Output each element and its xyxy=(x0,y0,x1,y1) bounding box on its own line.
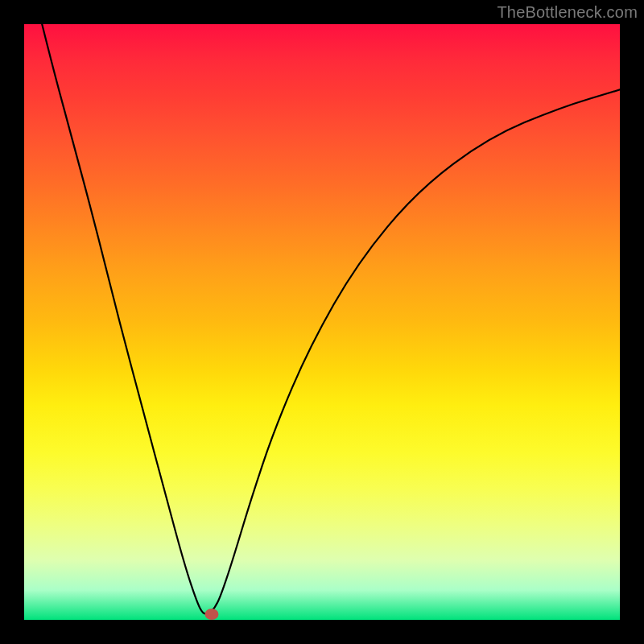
bottleneck-curve xyxy=(24,24,620,620)
watermark-text: TheBottleneck.com xyxy=(497,3,638,22)
optimal-marker xyxy=(205,609,219,620)
chart-frame: TheBottleneck.com xyxy=(0,0,644,644)
plot-area xyxy=(24,24,620,620)
